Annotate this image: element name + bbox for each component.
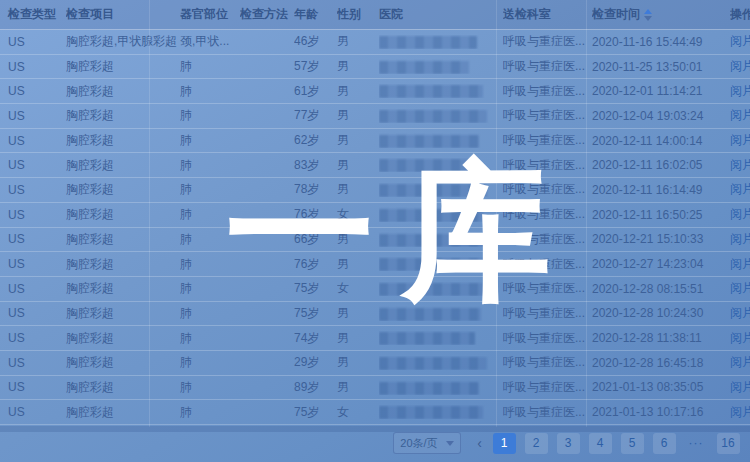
view-images-link[interactable]: 阅片 — [730, 59, 750, 73]
cell-exam-item: 胸腔彩超 — [66, 354, 180, 371]
cell-organ: 肺 — [180, 181, 240, 198]
page-buttons: 1 2 3 4 5 6 ··· 16 — [488, 433, 744, 454]
cell-department: 呼吸与重症医... — [503, 256, 592, 273]
cell-exam-type: US — [0, 134, 66, 148]
table-row: US 胸腔彩超 肺 61岁 男 呼吸与重症医... 2020-12-01 11:… — [0, 79, 750, 104]
cell-exam-type: US — [0, 35, 66, 49]
view-images-link[interactable]: 阅片 — [730, 380, 750, 394]
page-button[interactable]: 4 — [589, 433, 612, 454]
view-images-link[interactable]: 阅片 — [730, 158, 750, 172]
redacted-hospital-block — [379, 357, 487, 370]
cell-exam-item: 胸腔彩超 — [66, 305, 180, 322]
view-images-link[interactable]: 阅片 — [730, 207, 750, 221]
pagination-bar: 20条/页 ‹ 1 2 3 4 5 6 ··· 16 — [393, 432, 744, 454]
cell-exam-item: 胸腔彩超 — [66, 181, 180, 198]
cell-department: 呼吸与重症医... — [503, 33, 592, 50]
page-button[interactable]: 3 — [557, 433, 580, 454]
view-images-link[interactable]: 阅片 — [730, 182, 750, 196]
view-images-link[interactable]: 阅片 — [730, 306, 750, 320]
cell-hospital — [379, 232, 503, 246]
cell-action: 阅片 — [730, 83, 750, 100]
chevron-down-icon — [446, 441, 454, 446]
cell-exam-type: US — [0, 109, 66, 123]
table-row: US 胸腔彩超 肺 89岁 男 呼吸与重症医... 2021-01-13 08:… — [0, 376, 750, 401]
col-header-method: 检查方法 — [240, 6, 294, 23]
cell-gender: 男 — [337, 33, 379, 50]
view-images-link[interactable]: 阅片 — [730, 405, 750, 419]
page-size-value: 20条/页 — [400, 436, 437, 451]
cell-department: 呼吸与重症医... — [503, 132, 592, 149]
col-header-actions: 操作 — [730, 6, 750, 23]
col-header-organ: 器官部位 — [180, 6, 240, 23]
cell-exam-time: 2020-12-04 19:03:24 — [592, 109, 730, 123]
cell-hospital — [379, 158, 503, 172]
cell-exam-type: US — [0, 257, 66, 271]
cell-exam-item: 胸腔彩超 — [66, 83, 180, 100]
cell-organ: 肺 — [180, 58, 240, 75]
redacted-hospital-block — [379, 209, 483, 222]
cell-exam-type: US — [0, 356, 66, 370]
cell-gender: 男 — [337, 107, 379, 124]
cell-exam-item: 胸腔彩超,甲状腺彩超 — [66, 33, 180, 50]
redacted-hospital-block — [379, 332, 475, 345]
cell-gender: 男 — [337, 83, 379, 100]
sort-carets-icon[interactable] — [644, 9, 652, 21]
exam-list-screen: 检查类型 检查项目 器官部位 检查方法 年龄 性别 医院 送检科室 检查时间 操… — [0, 0, 750, 462]
cell-hospital — [379, 109, 503, 123]
cell-organ: 肺 — [180, 379, 240, 396]
view-images-link[interactable]: 阅片 — [730, 232, 750, 246]
cell-action: 阅片 — [730, 404, 750, 421]
sort-ascending-icon[interactable] — [644, 9, 652, 14]
cell-department: 呼吸与重症医... — [503, 83, 592, 100]
prev-page-button[interactable]: ‹ — [477, 433, 482, 454]
page-button[interactable]: 5 — [621, 433, 644, 454]
cell-exam-type: US — [0, 306, 66, 320]
cell-exam-item: 胸腔彩超 — [66, 330, 180, 347]
page-size-select[interactable]: 20条/页 — [393, 432, 461, 454]
view-images-link[interactable]: 阅片 — [730, 84, 750, 98]
page-button[interactable]: 2 — [525, 433, 548, 454]
col-header-exam-type: 检查类型 — [0, 6, 66, 23]
column-divider — [496, 0, 497, 427]
col-header-gender: 性别 — [337, 6, 379, 23]
cell-exam-type: US — [0, 158, 66, 172]
view-images-link[interactable]: 阅片 — [730, 34, 750, 48]
cell-gender: 男 — [337, 330, 379, 347]
cell-age: 75岁 — [294, 305, 337, 322]
view-images-link[interactable]: 阅片 — [730, 355, 750, 369]
redacted-hospital-block — [379, 135, 479, 148]
page-button[interactable]: 16 — [717, 433, 740, 454]
cell-exam-item: 胸腔彩超 — [66, 404, 180, 421]
more-pages-button[interactable]: ··· — [685, 433, 708, 454]
cell-hospital — [379, 356, 503, 370]
table-row: US 胸腔彩超 肺 62岁 男 呼吸与重症医... 2020-12-11 14:… — [0, 129, 750, 154]
cell-exam-time: 2021-01-13 10:17:16 — [592, 405, 730, 419]
sort-descending-icon[interactable] — [644, 16, 652, 21]
cell-exam-type: US — [0, 331, 66, 345]
cell-exam-type: US — [0, 60, 66, 74]
cell-exam-time: 2020-11-25 13:50:01 — [592, 60, 730, 74]
cell-exam-type: US — [0, 84, 66, 98]
cell-organ: 肺 — [180, 231, 240, 248]
cell-gender: 女 — [337, 280, 379, 297]
cell-action: 阅片 — [730, 33, 750, 50]
view-images-link[interactable]: 阅片 — [730, 281, 750, 295]
cell-department: 呼吸与重症医... — [503, 354, 592, 371]
cell-organ: 颈,甲状... — [180, 33, 240, 50]
table-row: US 胸腔彩超 肺 76岁 男 呼吸与重症医... 2020-12-27 14:… — [0, 252, 750, 277]
table-row: US 胸腔彩超 肺 78岁 男 呼吸与重症医... 2020-12-11 16:… — [0, 178, 750, 203]
redacted-hospital-block — [379, 61, 469, 74]
page-button[interactable]: 1 — [493, 433, 516, 454]
view-images-link[interactable]: 阅片 — [730, 257, 750, 271]
cell-hospital — [379, 183, 503, 197]
col-header-exam-time[interactable]: 检查时间 — [592, 6, 730, 23]
cell-exam-item: 胸腔彩超 — [66, 231, 180, 248]
page-button[interactable]: 6 — [653, 433, 676, 454]
cell-action: 阅片 — [730, 330, 750, 347]
table-row: US 胸腔彩超 肺 74岁 男 呼吸与重症医... 2020-12-28 11:… — [0, 326, 750, 351]
view-images-link[interactable]: 阅片 — [730, 108, 750, 122]
view-images-link[interactable]: 阅片 — [730, 331, 750, 345]
view-images-link[interactable]: 阅片 — [730, 133, 750, 147]
cell-exam-time: 2020-12-21 15:10:33 — [592, 232, 730, 246]
redacted-hospital-block — [379, 159, 475, 172]
